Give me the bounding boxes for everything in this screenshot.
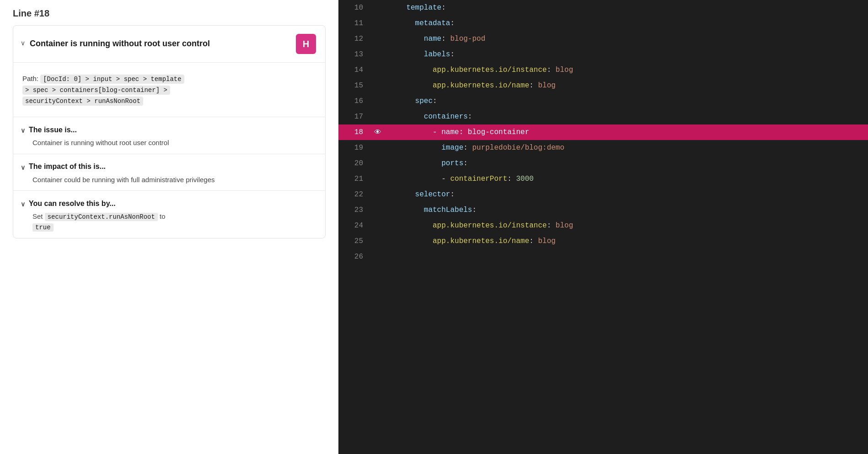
gutter-19 <box>370 140 385 156</box>
gutter-23 <box>370 202 385 218</box>
code-21: - containerPort: 3000 <box>385 171 868 187</box>
path-value-3: securityContext > runAsNonRoot <box>22 97 143 106</box>
code-17: containers: <box>385 109 868 124</box>
line-num-10: 10 <box>338 0 370 16</box>
path-value: [DocId: 0] > input > spec > template <box>40 75 184 84</box>
code-line-25: 25 app.kubernetes.io/name: blog <box>338 233 868 249</box>
gutter-22 <box>370 187 385 202</box>
code-18: - name: blog-container <box>385 124 868 140</box>
issue-section: ∨ The issue is... Container is running w… <box>13 117 325 154</box>
line-num-20: 20 <box>338 156 370 171</box>
code-line-22: 22 selector: <box>338 187 868 202</box>
line-header-prefix: Line <box>13 8 34 18</box>
code-line-23: 23 matchLabels: <box>338 202 868 218</box>
line-num-15: 15 <box>338 78 370 93</box>
code-24: app.kubernetes.io/instance: blog <box>385 218 868 233</box>
issue-title-row: ∨ Container is running without root user… <box>13 26 325 63</box>
code-12: name: blog-pod <box>385 31 868 47</box>
code-editor[interactable]: 10 template: 11 metadata: 12 name: blog-… <box>338 0 868 454</box>
code-security-context: securityContext.runAsNonRoot <box>45 213 158 221</box>
gutter-18: 👁 <box>370 124 385 140</box>
code-13: labels: <box>385 47 868 62</box>
issue-body: Container is running without root user c… <box>21 138 316 148</box>
line-num-14: 14 <box>338 62 370 78</box>
issue-section-title[interactable]: ∨ The issue is... <box>21 125 316 134</box>
gutter-16 <box>370 93 385 109</box>
impact-body: Container could be running with full adm… <box>21 175 316 185</box>
issue-title: Container is running without root user c… <box>30 38 210 49</box>
code-10: template: <box>385 0 868 16</box>
line-num-16: 16 <box>338 93 370 109</box>
code-line-17: 17 containers: <box>338 109 868 124</box>
code-line-21: 21 - containerPort: 3000 <box>338 171 868 187</box>
impact-section-title[interactable]: ∨ The impact of this is... <box>21 162 316 171</box>
gutter-14 <box>370 62 385 78</box>
code-line-19: 19 image: purpledobie/blog:demo <box>338 140 868 156</box>
line-num-26: 26 <box>338 249 370 265</box>
code-line-24: 24 app.kubernetes.io/instance: blog <box>338 218 868 233</box>
gutter-21 <box>370 171 385 187</box>
path-value-2: > spec > containers[blog-container] > <box>22 86 170 95</box>
eye-icon: 👁 <box>374 128 381 136</box>
code-line-14: 14 app.kubernetes.io/instance: blog <box>338 62 868 78</box>
gutter-15 <box>370 78 385 93</box>
code-line-20: 20 ports: <box>338 156 868 171</box>
line-num-21: 21 <box>338 171 370 187</box>
chevron-down-icon-impact[interactable]: ∨ <box>21 164 25 171</box>
line-num-18: 18 <box>338 124 370 140</box>
code-26 <box>385 249 868 265</box>
line-num-17: 17 <box>338 109 370 124</box>
gutter-10 <box>370 0 385 16</box>
chevron-down-icon[interactable]: ∨ <box>21 39 25 47</box>
gutter-26 <box>370 249 385 265</box>
code-19: image: purpledobie/blog:demo <box>385 140 868 156</box>
path-section: Path: [DocId: 0] > input > spec > templa… <box>13 63 325 117</box>
code-14: app.kubernetes.io/instance: blog <box>385 62 868 78</box>
code-line-16: 16 spec: <box>338 93 868 109</box>
code-line-26: 26 <box>338 249 868 265</box>
gutter-17 <box>370 109 385 124</box>
line-num-19: 19 <box>338 140 370 156</box>
path-text: Path: [DocId: 0] > input > spec > templa… <box>22 73 316 107</box>
resolve-section: ∨ You can resolve this by... Set securit… <box>13 191 325 238</box>
code-20: ports: <box>385 156 868 171</box>
line-header: Line #18 <box>0 0 338 25</box>
impact-title-label: The impact of this is... <box>29 162 106 171</box>
code-true: true <box>32 223 54 232</box>
line-num-11: 11 <box>338 16 370 31</box>
gutter-11 <box>370 16 385 31</box>
chevron-down-icon-resolve[interactable]: ∨ <box>21 200 25 208</box>
right-panel: 10 template: 11 metadata: 12 name: blog-… <box>338 0 868 454</box>
line-number: #18 <box>34 8 49 18</box>
code-line-13: 13 labels: <box>338 47 868 62</box>
line-num-12: 12 <box>338 31 370 47</box>
code-25: app.kubernetes.io/name: blog <box>385 233 868 249</box>
issue-card: ∨ Container is running without root user… <box>13 25 326 238</box>
severity-badge: H <box>296 34 316 54</box>
code-line-15: 15 app.kubernetes.io/name: blog <box>338 78 868 93</box>
code-16: spec: <box>385 93 868 109</box>
resolve-body: Set securityContext.runAsNonRoot to true <box>21 211 316 232</box>
code-23: matchLabels: <box>385 202 868 218</box>
code-line-18: 18 👁 - name: blog-container <box>338 124 868 140</box>
code-11: metadata: <box>385 16 868 31</box>
line-num-13: 13 <box>338 47 370 62</box>
code-22: selector: <box>385 187 868 202</box>
impact-section: ∨ The impact of this is... Container cou… <box>13 154 325 191</box>
gutter-20 <box>370 156 385 171</box>
gutter-12 <box>370 31 385 47</box>
gutter-25 <box>370 233 385 249</box>
line-num-24: 24 <box>338 218 370 233</box>
chevron-down-icon-issue[interactable]: ∨ <box>21 127 25 134</box>
path-label: Path: <box>22 75 40 82</box>
code-15: app.kubernetes.io/name: blog <box>385 78 868 93</box>
line-num-25: 25 <box>338 233 370 249</box>
code-line-11: 11 metadata: <box>338 16 868 31</box>
resolve-section-title[interactable]: ∨ You can resolve this by... <box>21 199 316 208</box>
issue-title-label: The issue is... <box>29 126 77 134</box>
gutter-13 <box>370 47 385 62</box>
issue-title-left: ∨ Container is running without root user… <box>21 38 210 49</box>
code-line-10: 10 template: <box>338 0 868 16</box>
gutter-24 <box>370 218 385 233</box>
left-panel: Line #18 ∨ Container is running without … <box>0 0 338 454</box>
